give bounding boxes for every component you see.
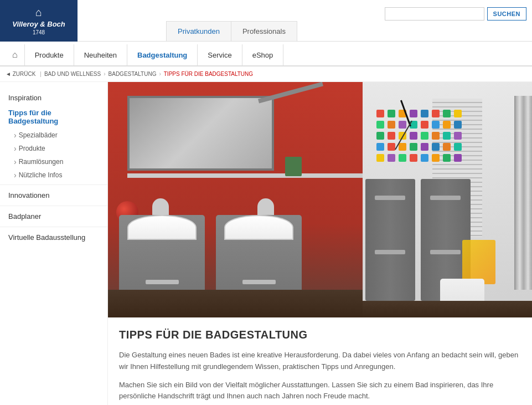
- clock-dot: [443, 154, 451, 162]
- clock-dot: [454, 110, 462, 117]
- sidebar-subitem-raumloesungen[interactable]: Raumlösungen: [0, 155, 107, 168]
- clock-dot: [421, 132, 428, 140]
- clock-dot: [399, 143, 406, 151]
- logo-icon: ⌂: [35, 6, 42, 19]
- clock-dot: [388, 121, 395, 129]
- clock-dot: [388, 110, 395, 117]
- clock-dot: [376, 154, 384, 162]
- text-content: TIPPS FÜR DIE BADGESTALTUNG Die Gestaltu…: [108, 317, 532, 405]
- clock-dot: [410, 110, 417, 117]
- home-icon[interactable]: ⌂: [6, 44, 25, 65]
- faucet-1: [152, 198, 169, 215]
- clock-dot: [443, 143, 451, 151]
- sidebar-item-innovationen[interactable]: Innovationen: [0, 188, 107, 203]
- bathroom-right: [363, 82, 532, 317]
- search-area: SUCHEN: [379, 0, 532, 25]
- clock-dot: [454, 154, 462, 162]
- sidebar-item-tipps[interactable]: Tipps für die Badgestaltung: [0, 105, 107, 129]
- logo-text: Villeroy & Boch: [12, 20, 65, 29]
- logo[interactable]: ⌂ Villeroy & Boch 1748: [0, 0, 78, 42]
- floor-right: [363, 301, 532, 317]
- clock-dot: [432, 110, 440, 117]
- nav-item-produkte[interactable]: Produkte: [25, 44, 74, 65]
- breadcrumb-arrow2: ›: [159, 71, 161, 77]
- clock-dot: [376, 121, 384, 129]
- cabinet-handle-2: [242, 280, 276, 284]
- search-button[interactable]: SUCHEN: [487, 7, 526, 20]
- search-input[interactable]: [385, 7, 484, 20]
- clock-dot: [376, 132, 384, 140]
- bathroom-left: [108, 82, 363, 317]
- clock-dot: [410, 154, 417, 162]
- sink-basin-2: [224, 215, 293, 240]
- clock-dot: [410, 143, 417, 151]
- logo-year: 1748: [33, 29, 45, 35]
- nav-item-service[interactable]: Service: [198, 44, 242, 65]
- shelf-item1: [285, 157, 302, 176]
- clock-dot: [421, 121, 428, 129]
- nav-item-eshop[interactable]: eShop: [242, 44, 284, 65]
- clock-dot: [443, 121, 451, 129]
- breadcrumb-arrow1: ›: [104, 71, 105, 77]
- floor-left: [108, 290, 363, 317]
- clock-dot: [454, 143, 462, 151]
- breadcrumb-back[interactable]: ◄ ZURÜCK: [6, 71, 35, 77]
- sidebar: Inspiration Tipps für die Badgestaltung …: [0, 82, 108, 405]
- cabinet-1-handle: [375, 196, 405, 200]
- page-header: ⌂ Villeroy & Boch 1748 SUCHEN Privatkund…: [0, 0, 532, 42]
- nav-item-neuheiten[interactable]: Neuheiten: [74, 44, 127, 65]
- main-layout: Inspiration Tipps für die Badgestaltung …: [0, 82, 532, 405]
- sidebar-section-inspiration: Inspiration Tipps für die Badgestaltung …: [0, 90, 107, 182]
- mirror: [127, 96, 274, 171]
- page-paragraph-2: Machen Sie sich ein Bild von der Vielfal…: [119, 380, 521, 403]
- clock-dot: [421, 110, 428, 117]
- clock-dot: [432, 154, 440, 162]
- clock-dot: [376, 110, 384, 117]
- clock-dot: [399, 154, 406, 162]
- clock-dot: [399, 121, 406, 129]
- main-nav: ⌂ Produkte Neuheiten Badgestaltung Servi…: [0, 44, 532, 66]
- clock-dot: [388, 132, 395, 140]
- sidebar-subitem-produkte[interactable]: Produkte: [0, 142, 107, 155]
- clock-dot: [376, 143, 384, 151]
- clock-dot: [443, 110, 451, 117]
- yellow-chair: [462, 240, 495, 284]
- clock-dot: [388, 154, 395, 162]
- page-heading: TIPPS FÜR DIE BADGESTALTUNG: [119, 329, 521, 341]
- sidebar-divider: [0, 184, 107, 185]
- sidebar-subitem-spezialbaeder[interactable]: Spezialbäder: [0, 129, 107, 142]
- cabinet-2-handle: [430, 196, 461, 200]
- top-tabs: Privatkunden Professionals: [166, 21, 297, 41]
- towel-rail: [514, 96, 532, 290]
- faucet-2: [257, 198, 274, 215]
- clock-dot: [432, 121, 440, 129]
- clock-dot: [454, 132, 462, 140]
- sidebar-item-virtuelle[interactable]: Virtuelle Badausstellung: [0, 230, 107, 245]
- breadcrumb-item-bad2[interactable]: BADGESTALTUNG: [109, 71, 157, 77]
- clock-dot: [432, 132, 440, 140]
- clock-dot: [421, 143, 428, 151]
- sidebar-item-badplaner[interactable]: Badplaner: [0, 209, 107, 224]
- tab-professionals[interactable]: Professionals: [231, 21, 297, 41]
- breadcrumb-item-bad[interactable]: BAD UND WELLNESS: [44, 71, 101, 77]
- sidebar-subitem-nuetzlich[interactable]: Nützliche Infos: [0, 168, 107, 182]
- bathroom-scene: [108, 82, 532, 317]
- breadcrumb-sep1: |: [40, 71, 42, 77]
- sink-basin-1: [127, 215, 197, 240]
- sidebar-divider2: [0, 206, 107, 206]
- nav-item-badgestaltung[interactable]: Badgestaltung: [127, 44, 198, 65]
- right-cabinet-1: [365, 179, 415, 301]
- breadcrumb: ◄ ZURÜCK | BAD UND WELLNESS › BADGESTALT…: [0, 66, 532, 82]
- clock-dot: [454, 121, 462, 129]
- lamp: [258, 82, 323, 103]
- content-area: TIPPS FÜR DIE BADGESTALTUNG Die Gestaltu…: [108, 82, 532, 405]
- hero-image: [108, 82, 532, 317]
- sidebar-item-inspiration[interactable]: Inspiration: [0, 90, 107, 105]
- clock-dot: [432, 143, 440, 151]
- tab-privatkunden[interactable]: Privatkunden: [166, 21, 231, 41]
- sidebar-divider3: [0, 227, 107, 227]
- cabinet-handle-1: [146, 280, 179, 284]
- shelf: [127, 173, 363, 178]
- breadcrumb-current: TIPPS FÜR DIE BADGESTALTUNG: [164, 71, 253, 77]
- cabinet-2-handle-bot: [430, 250, 461, 254]
